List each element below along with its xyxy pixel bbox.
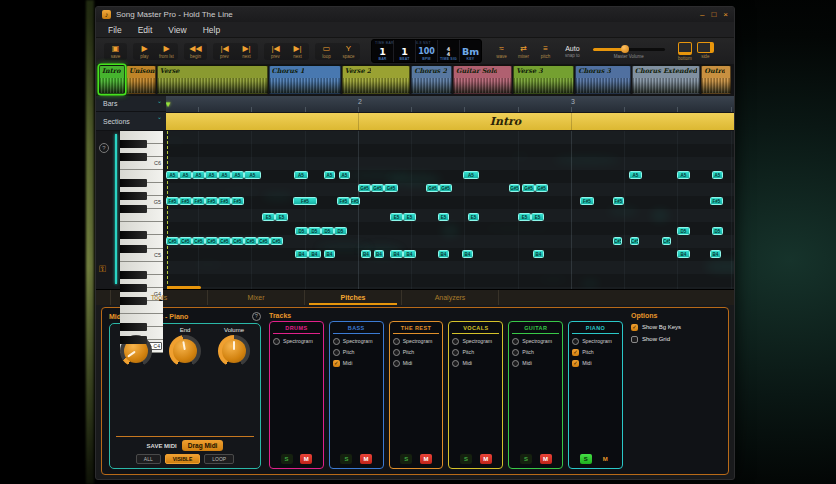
- midi-note[interactable]: C#5: [192, 237, 205, 245]
- toolbar-button-from-lst[interactable]: ▶from lst: [158, 44, 175, 59]
- help-icon[interactable]: ?: [99, 143, 109, 153]
- menu-item-file[interactable]: File: [108, 25, 122, 35]
- checkbox-unchecked-icon[interactable]: [452, 360, 459, 367]
- midi-note[interactable]: A5: [192, 171, 205, 179]
- dock-bottom-button[interactable]: bottom: [678, 42, 692, 61]
- toolbar-button-play[interactable]: ▶play: [136, 44, 153, 59]
- checkbox-checked-icon[interactable]: ✓: [333, 360, 340, 367]
- song-section-guitar-solo[interactable]: Guitar Solo: [453, 65, 512, 94]
- song-section-chorus-2[interactable]: Chorus 2: [411, 65, 452, 94]
- song-section-chorus-1[interactable]: Chorus 1: [269, 65, 341, 94]
- help-icon[interactable]: ?: [252, 312, 261, 321]
- piano-black-key[interactable]: [120, 192, 147, 200]
- track-option-pitch[interactable]: Pitch: [333, 349, 380, 356]
- midi-note[interactable]: E5: [275, 213, 288, 221]
- midi-note[interactable]: D5: [321, 227, 334, 235]
- piano-black-key[interactable]: [120, 297, 147, 305]
- track-option-midi[interactable]: Midi: [452, 360, 499, 367]
- solo-button[interactable]: S: [520, 454, 532, 464]
- toolbar-button-next[interactable]: ▶|next: [238, 44, 255, 59]
- chevron-down-icon[interactable]: ⌄: [157, 113, 162, 120]
- solo-button[interactable]: S: [340, 454, 352, 464]
- checkbox-unchecked-icon[interactable]: [393, 338, 400, 345]
- sections-ruler-label[interactable]: Sections ⌄: [96, 112, 166, 131]
- midi-note[interactable]: F#5: [218, 197, 231, 205]
- midi-note[interactable]: A5: [166, 171, 179, 179]
- midi-note[interactable]: C#5: [613, 237, 622, 245]
- midi-note[interactable]: E5: [390, 213, 403, 221]
- midi-note[interactable]: B4: [533, 250, 544, 258]
- dock-side-button[interactable]: side: [697, 42, 714, 61]
- midi-note[interactable]: G#5: [535, 184, 548, 192]
- solo-button[interactable]: S: [400, 454, 412, 464]
- piano-black-key[interactable]: [120, 140, 147, 148]
- piano-black-key[interactable]: [120, 179, 147, 187]
- midi-note[interactable]: G#5: [522, 184, 535, 192]
- piano-black-key[interactable]: [120, 284, 147, 292]
- track-option-midi[interactable]: ✓Midi: [333, 360, 380, 367]
- midi-note[interactable]: B4: [361, 250, 371, 258]
- mode-button-all[interactable]: ALL: [136, 454, 161, 464]
- checkbox-unchecked-icon[interactable]: [333, 338, 340, 345]
- midi-note[interactable]: C#5: [270, 237, 283, 245]
- midi-note[interactable]: G#5: [384, 184, 398, 192]
- track-option-spectrogram[interactable]: Spectrogram: [452, 338, 499, 345]
- midi-note[interactable]: B4: [710, 250, 721, 258]
- option-show-bg-keys[interactable]: ✓Show Bg Keys: [631, 324, 721, 331]
- toolbar-button-loop[interactable]: ▭loop: [318, 44, 335, 59]
- key-signature-icon[interactable]: ⚿: [99, 264, 106, 275]
- midi-note[interactable]: F#5: [231, 197, 244, 205]
- mute-button[interactable]: M: [540, 454, 552, 464]
- midi-note[interactable]: B4: [324, 250, 335, 258]
- checkbox-unchecked-icon[interactable]: [572, 338, 579, 345]
- checkbox-checked-icon[interactable]: ✓: [572, 360, 579, 367]
- midi-note[interactable]: D5: [295, 227, 308, 235]
- song-section-chorus-3[interactable]: Chorus 3: [575, 65, 631, 94]
- midi-note[interactable]: C#5: [244, 237, 257, 245]
- midi-note[interactable]: E5: [262, 213, 275, 221]
- checkbox-unchecked-icon[interactable]: [333, 349, 340, 356]
- piano-black-key[interactable]: [120, 153, 147, 161]
- midi-note[interactable]: B4: [295, 250, 308, 258]
- minimize-button[interactable]: –: [700, 10, 704, 19]
- checkbox-checked-icon[interactable]: ✓: [631, 324, 638, 331]
- drag-midi-button[interactable]: Drag Midi: [182, 440, 224, 451]
- track-option-spectrogram[interactable]: Spectrogram: [572, 338, 619, 345]
- track-option-pitch[interactable]: Pitch: [512, 349, 559, 356]
- track-option-midi[interactable]: Midi: [512, 360, 559, 367]
- checkbox-unchecked-icon[interactable]: [512, 338, 519, 345]
- tab-analyzers[interactable]: Analyzers: [402, 290, 499, 305]
- midi-note[interactable]: F#5: [205, 197, 218, 205]
- midi-note[interactable]: C#5: [257, 237, 270, 245]
- midi-note[interactable]: C#5: [179, 237, 192, 245]
- checkbox-unchecked-icon[interactable]: [452, 338, 459, 345]
- track-option-midi[interactable]: Midi: [393, 360, 440, 367]
- master-volume-slider[interactable]: [593, 48, 665, 51]
- piano-black-key[interactable]: [120, 245, 147, 253]
- midi-note[interactable]: G#5: [371, 184, 384, 192]
- midi-note[interactable]: A5: [712, 171, 723, 179]
- solo-button[interactable]: S: [580, 454, 592, 464]
- song-section-unison[interactable]: Unison: [126, 65, 156, 94]
- midi-note[interactable]: A5: [629, 171, 642, 179]
- bars-ruler[interactable]: 23▼: [166, 96, 734, 112]
- mute-button[interactable]: M: [300, 454, 312, 464]
- checkbox-unchecked-icon[interactable]: [452, 349, 459, 356]
- midi-note[interactable]: B4: [677, 250, 690, 258]
- checkbox-unchecked-icon[interactable]: [512, 360, 519, 367]
- playhead-marker[interactable]: ▼: [166, 101, 172, 109]
- mode-button-visible[interactable]: VISIBLE: [165, 454, 200, 464]
- midi-note[interactable]: F#5: [613, 197, 624, 205]
- piano-black-key[interactable]: [120, 271, 147, 279]
- midi-note[interactable]: C#5: [662, 237, 671, 245]
- snap-to-control[interactable]: Auto snap to: [565, 45, 580, 58]
- midi-note[interactable]: A5: [244, 171, 261, 179]
- midi-note[interactable]: E5: [518, 213, 531, 221]
- knob-end[interactable]: End: [169, 327, 201, 367]
- track-option-spectrogram[interactable]: Spectrogram: [333, 338, 380, 345]
- midi-note[interactable]: C#5: [630, 237, 639, 245]
- tab-pitches[interactable]: Pitches: [305, 290, 402, 305]
- view-button-mixer[interactable]: ⇄mixer: [515, 44, 532, 59]
- knob-volume[interactable]: Volume: [218, 327, 250, 367]
- toolbar-button-prev[interactable]: |◀prev: [216, 44, 233, 59]
